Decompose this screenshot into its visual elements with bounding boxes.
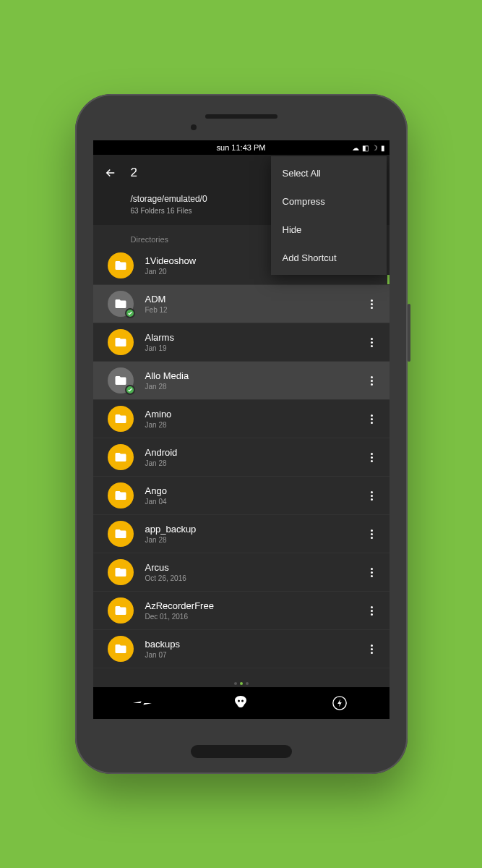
battery-icon: ▮ [381,144,385,152]
folder-icon [108,406,134,432]
item-meta: AzRecorderFreeDec 01, 2016 [145,600,365,621]
item-date: Jan 07 [145,651,365,659]
directory-list[interactable]: 1VideoshowJan 20ADMFeb 12AlarmsJan 19All… [93,247,390,668]
list-item[interactable]: AlarmsJan 19 [93,323,390,362]
item-more-button[interactable] [365,298,379,310]
item-name: backups [145,639,365,650]
screen: sun 11:43 PM ☁ ◧ ☽ ▮ 2 /storage/emulated… [93,140,390,719]
list-item[interactable]: ADMFeb 12 [93,285,390,323]
folder-icon [108,636,134,662]
item-meta: ADMFeb 12 [145,294,365,314]
weather-icon: ☁ [352,144,359,152]
item-meta: AminoJan 28 [145,409,365,429]
item-meta: backupsJan 07 [145,639,365,659]
item-name: app_backup [145,524,365,535]
item-name: Amino [145,409,365,420]
item-name: AzRecorderFree [145,600,365,611]
item-more-button[interactable] [365,375,379,387]
menu-hide[interactable]: Hide [271,216,387,244]
item-more-button[interactable] [365,605,379,617]
folder-icon [108,367,134,393]
item-meta: Allo MediaJan 28 [145,370,365,391]
context-menu: Select All Compress Hide Add Shortcut [271,156,387,275]
status-bar: sun 11:43 PM ☁ ◧ ☽ ▮ [93,140,390,155]
item-date: Jan 28 [145,421,365,429]
menu-select-all[interactable]: Select All [271,159,387,187]
item-meta: app_backupJan 28 [145,524,365,544]
nav-flash-icon[interactable] [121,687,164,719]
checkmark-icon [125,308,135,318]
nav-bolt-icon[interactable] [318,687,361,719]
list-item[interactable]: AminoJan 28 [93,400,390,438]
item-date: Jan 28 [145,536,365,544]
item-name: Ango [145,485,365,496]
folder-icon [108,291,134,317]
item-name: Arcus [145,562,365,573]
nav-mask-icon[interactable] [219,687,262,719]
phone-frame: sun 11:43 PM ☁ ◧ ☽ ▮ 2 /storage/emulated… [75,94,408,774]
phone-camera [191,124,197,130]
item-date: Oct 26, 2016 [145,574,365,582]
phone-speaker [205,114,277,119]
folder-icon [108,482,134,509]
selection-count: 2 [131,166,137,180]
item-date: Feb 12 [145,306,365,314]
item-meta: AngoJan 04 [145,485,365,506]
menu-add-shortcut[interactable]: Add Shortcut [271,244,387,272]
folder-icon [108,521,134,547]
item-more-button[interactable] [365,413,379,425]
list-item[interactable]: AzRecorderFreeDec 01, 2016 [93,592,390,630]
list-item[interactable]: AndroidJan 28 [93,438,390,477]
item-more-button[interactable] [365,643,379,655]
phone-side-button [408,304,410,362]
item-more-button[interactable] [365,336,379,349]
page-indicator [93,680,390,687]
signal-icon: ◧ [362,144,369,152]
item-meta: ArcusOct 26, 2016 [145,562,365,582]
item-meta: AndroidJan 28 [145,447,365,467]
menu-compress[interactable]: Compress [271,187,387,216]
status-time: sun 11:43 PM [217,143,266,152]
item-name: Android [145,447,365,458]
item-more-button[interactable] [365,528,379,540]
phone-home-button [191,745,292,758]
folder-icon [108,559,134,585]
back-button[interactable] [103,166,118,180]
item-name: Alarms [145,332,365,343]
checkmark-icon [125,385,135,395]
list-item[interactable]: backupsJan 07 [93,630,390,668]
item-date: Jan 28 [145,383,365,391]
item-more-button[interactable] [365,490,379,502]
item-name: Allo Media [145,370,365,381]
item-name: ADM [145,294,365,305]
item-date: Jan 19 [145,344,365,352]
bottom-nav [93,687,390,719]
folder-icon [108,329,134,355]
item-meta: AlarmsJan 19 [145,332,365,352]
folder-icon [108,252,134,278]
item-date: Jan 28 [145,459,365,467]
item-date: Dec 01, 2016 [145,613,365,621]
folder-icon [108,597,134,624]
list-item[interactable]: ArcusOct 26, 2016 [93,553,390,592]
item-date: Jan 04 [145,498,365,506]
folder-icon [108,444,134,470]
item-more-button[interactable] [365,451,379,464]
status-icons: ☁ ◧ ☽ ▮ [352,144,385,152]
list-item[interactable]: app_backupJan 28 [93,515,390,553]
list-item[interactable]: AngoJan 04 [93,477,390,515]
item-more-button[interactable] [365,566,379,579]
list-item[interactable]: Allo MediaJan 28 [93,362,390,400]
dnd-icon: ☽ [371,144,378,152]
